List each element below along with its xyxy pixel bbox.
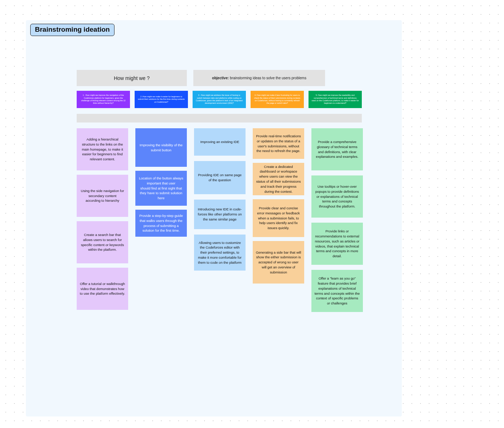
idea-columns: Adding a hierarchical structure to the l… bbox=[77, 128, 363, 312]
idea-card-text: Provide links or recommendations to exte… bbox=[314, 229, 360, 259]
idea-card-text: Improving an existing IDE bbox=[200, 139, 239, 144]
idea-card-text: Improving the visibility of the submit b… bbox=[138, 143, 184, 153]
hmw-card-5[interactable]: 5. How might we improve the readability … bbox=[309, 91, 362, 108]
hmw-card-4-text: 4. How might we make it less frustrating… bbox=[253, 94, 301, 105]
hmw-card-3-text: 3 . How might we address the issue of ha… bbox=[195, 94, 243, 105]
accent-bar bbox=[77, 114, 362, 122]
column-status: Provide real-time notifications or updat… bbox=[253, 128, 304, 284]
hmw-card-2-text: 2 .How might we make it easier for begin… bbox=[138, 95, 185, 103]
idea-card-text: Introducing new IDE in code-forces like … bbox=[197, 207, 243, 222]
idea-card[interactable]: Provide clear and concise error messages… bbox=[253, 199, 304, 237]
idea-card[interactable]: Adding a hierarchical structure to the l… bbox=[77, 128, 128, 170]
hmw-heading-box: How might we ? bbox=[77, 70, 187, 86]
idea-card-text: Provide real-time notifications or updat… bbox=[256, 134, 301, 153]
idea-card[interactable]: Introducing new IDE in code-forces like … bbox=[194, 200, 246, 229]
idea-card-text: Location of the button always important … bbox=[138, 176, 184, 201]
idea-card[interactable]: Location of the button always important … bbox=[135, 171, 187, 206]
idea-card-text: Offer a tutorial or walkthrough video th… bbox=[80, 281, 125, 296]
idea-card[interactable]: Create a search bar that allows users to… bbox=[77, 221, 128, 263]
hmw-card-2[interactable]: 2 .How might we make it easier for begin… bbox=[135, 91, 188, 108]
idea-card[interactable]: Provide real-time notifications or updat… bbox=[253, 128, 304, 159]
idea-card[interactable]: Provide links or recommendations to exte… bbox=[311, 223, 363, 265]
idea-card[interactable]: Provide a comprehensive glossary of tech… bbox=[311, 128, 363, 170]
header-row: How might we ? objective: brainstorming … bbox=[77, 70, 325, 86]
hmw-card-5-text: 5. How might we improve the readability … bbox=[311, 94, 359, 105]
idea-card-text: Adding a hierarchical structure to the l… bbox=[80, 137, 125, 162]
idea-card[interactable]: Use tooltips or hover-over popups to pro… bbox=[311, 175, 363, 218]
canvas-title-chip: Brainstroming ideation bbox=[30, 24, 114, 36]
idea-card-text: Create a dedicated dashboard or workspac… bbox=[256, 164, 301, 194]
hmw-card-1-text: 1 . How might we improve the navigation … bbox=[80, 94, 127, 105]
hmw-card-4[interactable]: 4. How might we make it less frustrating… bbox=[251, 91, 304, 108]
column-navigation: Adding a hierarchical structure to the l… bbox=[77, 128, 128, 310]
column-ide: Improving an existing IDE Providing IDE … bbox=[194, 128, 246, 271]
idea-card-text: Providing IDE on same page of the questi… bbox=[197, 173, 243, 183]
idea-card-text: Provide a comprehensive glossary of tech… bbox=[314, 139, 360, 159]
objective-box: objective: brainstorming ideas to solve … bbox=[193, 70, 325, 86]
idea-card-text: Using the side navigation for secondary … bbox=[80, 188, 125, 203]
idea-card-text: Offer a "learn as you go" feature that p… bbox=[314, 276, 360, 306]
canvas-title: Brainstroming ideation bbox=[35, 26, 110, 33]
idea-card[interactable]: Provide a step-by-step guide that walks … bbox=[135, 210, 187, 237]
hmw-card-1[interactable]: 1 . How might we improve the navigation … bbox=[77, 91, 130, 108]
idea-card-text: Create a search bar that allows users to… bbox=[80, 232, 125, 252]
column-glossary: Provide a comprehensive glossary of tech… bbox=[311, 128, 363, 312]
column-submit: Improving the visibility of the submit b… bbox=[135, 128, 187, 237]
idea-card[interactable]: Providing IDE on same page of the questi… bbox=[194, 161, 246, 194]
idea-card[interactable]: Improving an existing IDE bbox=[194, 128, 246, 156]
objective-label: objective: bbox=[212, 76, 229, 80]
idea-card[interactable]: Using the side navigation for secondary … bbox=[77, 175, 128, 217]
idea-card[interactable]: Create a dedicated dashboard or workspac… bbox=[253, 163, 304, 195]
idea-card[interactable]: Offer a "learn as you go" feature that p… bbox=[311, 270, 363, 312]
brainstorm-canvas: Brainstroming ideation How might we ? ob… bbox=[26, 20, 402, 416]
idea-card-text: Allowing users to customize the Codeforc… bbox=[197, 240, 243, 265]
idea-card[interactable]: Improving the visibility of the submit b… bbox=[135, 128, 187, 167]
idea-card[interactable]: Generating a side bar that will show the… bbox=[253, 241, 304, 284]
hmw-card-3[interactable]: 3 . How might we address the issue of ha… bbox=[193, 91, 246, 108]
idea-card-text: Generating a side bar that will show the… bbox=[256, 250, 301, 275]
idea-card-text: Provide clear and concise error messages… bbox=[256, 206, 301, 231]
idea-card[interactable]: Offer a tutorial or walkthrough video th… bbox=[77, 268, 128, 310]
hmw-questions-row: 1 . How might we improve the navigation … bbox=[77, 91, 362, 108]
idea-card-text: Use tooltips or hover-over popups to pro… bbox=[314, 184, 360, 209]
idea-card-text: Provide a step-by-step guide that walks … bbox=[138, 213, 184, 233]
idea-card[interactable]: Allowing users to customize the Codeforc… bbox=[194, 235, 246, 271]
hmw-heading: How might we ? bbox=[114, 75, 150, 81]
objective-text: brainstorming ideas to solve the users p… bbox=[229, 76, 306, 80]
